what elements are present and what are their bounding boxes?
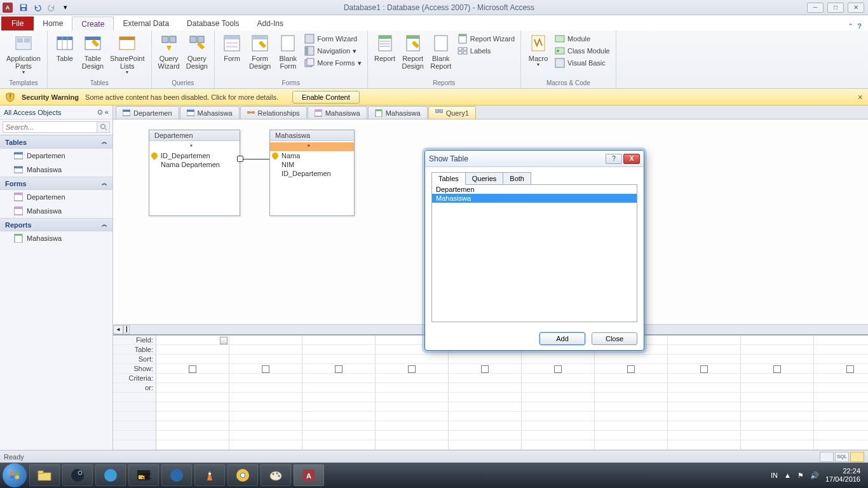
report-wizard-button[interactable]: Report Wizard — [456, 33, 517, 44]
qat-customize-icon[interactable]: ▾ — [60, 2, 71, 13]
volume-icon[interactable]: 🔊 — [810, 471, 819, 480]
query-design-button[interactable]: Query Design — [184, 32, 210, 78]
svg-rect-14 — [162, 36, 168, 43]
close-button[interactable]: Close — [592, 332, 637, 345]
tab-home[interactable]: Home — [34, 17, 72, 30]
taskbar-app-2[interactable] — [161, 464, 192, 486]
dialog-close-button[interactable]: X — [623, 154, 640, 164]
svg-rect-24 — [281, 36, 294, 51]
design-view-icon[interactable] — [850, 452, 864, 462]
add-button[interactable]: Add — [539, 332, 585, 345]
form-icon — [315, 109, 322, 117]
nav-report-mahasiswa[interactable]: Mahasiswa — [0, 231, 112, 245]
svg-rect-7 — [57, 37, 72, 40]
blank-form-button[interactable]: Blank Form — [275, 32, 301, 78]
nav-header[interactable]: All Access Objects ⊙ « — [0, 105, 112, 119]
dialog-help-button[interactable]: ? — [606, 154, 622, 164]
dialog-title-bar[interactable]: Show Table ? X — [425, 151, 644, 167]
dialog-table-list[interactable]: Departemen Mahasiswa — [431, 184, 637, 322]
nav-category-forms[interactable]: Forms︽ — [0, 177, 112, 190]
macro-button[interactable]: Macro▾ — [525, 32, 552, 78]
dialog-tab-tables[interactable]: Tables — [431, 172, 466, 185]
nav-form-mahasiswa[interactable]: Mahasiswa — [0, 204, 112, 218]
report-button[interactable]: Report — [372, 32, 398, 78]
list-item-mahasiswa[interactable]: Mahasiswa — [432, 194, 637, 203]
form-design-button[interactable]: Form Design — [247, 32, 273, 78]
search-icon[interactable] — [97, 121, 110, 133]
table-box-departemen[interactable]: Departemen * ID_Departemen Nama Departem… — [149, 130, 240, 216]
action-center-icon[interactable]: ⚑ — [797, 471, 804, 480]
security-warning-message[interactable]: Some active content has been disabled. C… — [85, 93, 278, 101]
form-button[interactable]: Form — [219, 32, 245, 78]
taskbar-mpc[interactable]: 321 — [128, 464, 159, 486]
dialog-tab-both[interactable]: Both — [503, 172, 531, 185]
tray-lang[interactable]: IN — [771, 471, 778, 479]
svg-rect-76 — [38, 473, 51, 480]
close-button[interactable]: ✕ — [848, 3, 864, 13]
enable-content-button[interactable]: Enable Content — [292, 91, 360, 104]
module-button[interactable]: Module — [553, 33, 612, 44]
nav-table-departemen[interactable]: Departemen — [0, 149, 112, 163]
clock[interactable]: 22:24 17/04/2016 — [825, 467, 860, 484]
doc-tab-query1[interactable]: Query1 — [428, 106, 476, 119]
taskbar-access[interactable]: A — [294, 464, 324, 486]
app-icon: A — [3, 3, 13, 13]
class-module-button[interactable]: Class Module — [553, 45, 612, 57]
close-warning-icon[interactable]: × — [858, 92, 863, 102]
tab-create[interactable]: Create — [72, 17, 114, 30]
nav-filter-dropdown-icon[interactable]: ⊙ « — [97, 108, 109, 116]
form-wizard-button[interactable]: Form Wizard — [302, 33, 363, 44]
minimize-button[interactable]: ─ — [807, 3, 824, 13]
taskbar-vlc[interactable] — [194, 464, 225, 486]
application-parts-button[interactable]: Application Parts▾ — [4, 32, 43, 78]
search-input[interactable] — [3, 121, 97, 133]
file-tab[interactable]: File — [1, 17, 34, 30]
scroll-left-icon[interactable]: ◄ — [113, 325, 123, 334]
help-icon[interactable]: ? — [857, 22, 862, 30]
table-icon — [14, 165, 23, 174]
sql-view-icon[interactable]: SQL — [835, 452, 849, 462]
taskbar-app-1[interactable] — [95, 464, 126, 486]
datasheet-view-icon[interactable] — [820, 452, 834, 462]
quick-access-toolbar: ▾ — [18, 2, 71, 13]
visual-basic-button[interactable]: Visual Basic — [553, 57, 612, 69]
redo-icon[interactable] — [46, 2, 57, 13]
taskbar-explorer[interactable] — [29, 464, 60, 486]
nav-table-mahasiswa[interactable]: Mahasiswa — [0, 163, 112, 177]
taskbar-steam[interactable] — [62, 464, 93, 486]
doc-tab-mahasiswa-1[interactable]: Mahasiswa — [180, 106, 240, 119]
tab-addins[interactable]: Add-Ins — [248, 17, 292, 30]
table-box-mahasiswa[interactable]: Mahasiswa * Nama NIM ID_Departemen — [269, 130, 355, 216]
splitter-icon[interactable]: ┃ — [123, 325, 130, 334]
undo-icon[interactable] — [32, 2, 43, 13]
sharepoint-lists-button[interactable]: SharePoint Lists▾ — [107, 32, 147, 78]
save-icon[interactable] — [18, 2, 29, 13]
nav-category-tables[interactable]: Tables︽ — [0, 135, 112, 149]
tab-external-data[interactable]: External Data — [114, 17, 178, 30]
taskbar-paint[interactable] — [261, 464, 291, 486]
table-design-button[interactable]: Table Design — [79, 32, 106, 78]
doc-tab-departemen[interactable]: Departemen — [116, 106, 179, 119]
nav-category-reports[interactable]: Reports︽ — [0, 218, 112, 231]
navigation-button[interactable]: Navigation ▾ — [302, 45, 363, 57]
doc-tab-mahasiswa-3[interactable]: Mahasiswa — [368, 106, 428, 119]
table-button[interactable]: Table — [51, 32, 78, 78]
start-button[interactable] — [3, 463, 27, 487]
more-forms-button[interactable]: More Forms ▾ — [302, 57, 363, 69]
report-design-button[interactable]: Report Design — [400, 32, 426, 78]
show-hidden-icons[interactable]: ▲ — [784, 471, 791, 479]
dialog-tab-queries[interactable]: Queries — [465, 172, 504, 185]
nav-form-departemen[interactable]: Departemen — [0, 190, 112, 204]
taskbar-chrome[interactable] — [227, 464, 258, 486]
minimize-ribbon-icon[interactable]: ⌃ — [848, 22, 853, 30]
show-table-dialog: Show Table ? X Tables Queries Both Depar… — [424, 150, 644, 351]
query-wizard-button[interactable]: Query Wizard — [156, 32, 182, 78]
doc-tab-mahasiswa-2[interactable]: Mahasiswa — [308, 106, 367, 119]
list-item-departemen[interactable]: Departemen — [432, 185, 637, 194]
blank-report-button[interactable]: Blank Report — [428, 32, 454, 78]
doc-tab-relationships[interactable]: Relationships — [240, 106, 307, 119]
svg-rect-39 — [459, 34, 466, 36]
restore-button[interactable]: □ — [827, 3, 844, 13]
labels-button[interactable]: Labels — [456, 45, 517, 57]
tab-database-tools[interactable]: Database Tools — [178, 17, 248, 30]
